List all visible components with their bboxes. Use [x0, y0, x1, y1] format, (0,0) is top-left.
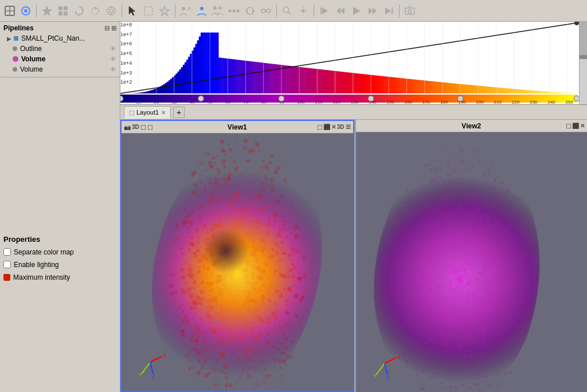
pipeline-icon[interactable]: [18, 3, 33, 18]
enable-lighting-checkbox[interactable]: [3, 261, 11, 268]
add-tab-button[interactable]: +: [173, 107, 185, 118]
cursor-icon[interactable]: [125, 3, 140, 18]
volume2-dot: [13, 67, 17, 72]
v1-close[interactable]: ✕: [331, 124, 336, 130]
v2-close[interactable]: ✕: [580, 123, 585, 129]
v2-split-v[interactable]: ⬛: [572, 123, 579, 129]
svg-line-53: [150, 362, 153, 374]
volume2-eye[interactable]: 👁: [110, 66, 116, 73]
gear2-icon[interactable]: [296, 3, 311, 18]
view1-title: View1: [228, 123, 247, 131]
grid-icon[interactable]: [56, 3, 71, 18]
cross-icon[interactable]: [157, 3, 172, 18]
svg-point-30: [252, 10, 255, 12]
play-icon[interactable]: [349, 3, 364, 18]
v1-split-h[interactable]: ⬚: [317, 124, 322, 130]
views-container: 📷 3D ⬚ ⬚ View1 ⬚ ⬛ ✕ 3D ☰: [120, 120, 587, 392]
outline-eye[interactable]: 👁: [110, 45, 116, 52]
step-back-icon[interactable]: [333, 3, 348, 18]
pipeline-root[interactable]: ▶ SMALL_PtCu_Nan...: [0, 33, 120, 44]
v1-cam-icon[interactable]: 📷: [124, 124, 131, 130]
svg-text:Y: Y: [139, 372, 142, 378]
sep2: [122, 5, 122, 17]
prop-maximum-intensity: Maximum intensity: [3, 272, 116, 283]
view1-canvas[interactable]: X Y Z: [122, 134, 353, 391]
people2-icon[interactable]: [194, 3, 209, 18]
skip-end-icon[interactable]: [381, 3, 396, 18]
view1-axis: X Y Z: [133, 345, 167, 379]
svg-marker-38: [322, 7, 328, 14]
view1-panel: 📷 3D ⬚ ⬚ View1 ⬚ ⬛ ✕ 3D ☰: [120, 120, 354, 392]
svg-point-19: [182, 7, 185, 10]
view2-header: ⬚ ⬛ ✕ View2: [356, 120, 588, 132]
svg-marker-10: [75, 11, 77, 13]
app-icon-1[interactable]: [2, 3, 17, 18]
spread-icon[interactable]: [226, 3, 241, 18]
svg-text:X: X: [163, 353, 166, 359]
histogram-canvas: [120, 22, 585, 105]
svg-line-59: [385, 363, 388, 375]
sep3: [175, 5, 175, 17]
step-fwd-icon[interactable]: [365, 3, 380, 18]
people3-icon[interactable]: [210, 3, 225, 18]
svg-point-22: [213, 6, 217, 10]
svg-text:Y: Y: [373, 373, 377, 379]
view2-canvas[interactable]: X Y Z: [356, 132, 588, 392]
svg-marker-16: [129, 6, 135, 15]
svg-point-23: [218, 6, 222, 10]
pipelines-header: Pipelines ⊟ ⊞: [0, 22, 120, 33]
chain2-icon[interactable]: [259, 3, 273, 18]
view1-right-icons: ⬚ ⬛ ✕ 3D ☰: [317, 124, 351, 130]
star-icon[interactable]: [40, 3, 54, 18]
histogram-scrollbar[interactable]: [579, 22, 587, 104]
root-icon: [13, 36, 19, 41]
v1-3d-label: 3D: [132, 124, 139, 130]
pipeline-volume-1[interactable]: Volume 👁: [0, 54, 120, 64]
histogram-area: [120, 22, 587, 105]
svg-rect-17: [144, 7, 152, 15]
camera2-icon[interactable]: [402, 3, 417, 18]
people-icon[interactable]: [178, 3, 193, 18]
svg-line-55: [385, 358, 396, 363]
svg-point-13: [109, 9, 113, 13]
svg-marker-45: [385, 7, 391, 14]
refresh2-icon[interactable]: [88, 3, 103, 18]
v1-split-v[interactable]: ⬛: [323, 124, 330, 130]
refresh-icon[interactable]: [72, 3, 87, 18]
svg-point-26: [237, 9, 240, 12]
svg-marker-43: [373, 7, 377, 14]
svg-line-49: [150, 356, 162, 362]
skip-start-icon[interactable]: [317, 3, 332, 18]
v1-3d-mode[interactable]: 3D: [337, 124, 345, 130]
layout-tab-1[interactable]: ⬚ Layout1 ✕: [124, 106, 171, 119]
svg-point-25: [233, 9, 236, 12]
volume1-eye[interactable]: 👁: [110, 56, 116, 62]
v1-options[interactable]: ☰: [346, 124, 351, 130]
pipelines-title: Pipelines: [3, 24, 34, 32]
view1-header: 📷 3D ⬚ ⬚ View1 ⬚ ⬛ ✕ 3D ☰: [122, 121, 353, 134]
layout-tab-close[interactable]: ✕: [161, 109, 166, 116]
layout-tabs: ⬚ Layout1 ✕ +: [120, 105, 587, 120]
rect-icon[interactable]: [141, 3, 156, 18]
svg-point-29: [245, 10, 248, 12]
magnify-icon[interactable]: [280, 3, 295, 18]
prop-enable-lighting: Enable lighting: [3, 260, 116, 270]
target-icon[interactable]: [104, 3, 119, 18]
svg-rect-7: [64, 6, 68, 10]
v1-extra: ⬚ ⬚: [140, 124, 152, 130]
separate-color-map-checkbox[interactable]: [3, 248, 11, 256]
sep5: [314, 5, 314, 17]
v2-split-h[interactable]: ⬚: [566, 123, 571, 129]
view2-panel: ⬚ ⬛ ✕ View2 X Y Z: [356, 120, 588, 392]
volume1-label: Volume: [21, 55, 45, 63]
svg-point-21: [200, 7, 204, 10]
sidebar-spacer: [0, 77, 120, 232]
view2-axis: X Y Z: [367, 346, 402, 381]
pipeline-outline[interactable]: Outline 👁: [0, 44, 120, 54]
triangle-icon: ▶: [7, 36, 11, 42]
volume1-dot: [13, 56, 18, 62]
svg-marker-39: [336, 7, 341, 14]
maximum-intensity-label: Maximum intensity: [13, 273, 70, 281]
pipeline-volume-2[interactable]: Volume 👁: [0, 64, 120, 75]
chain-icon[interactable]: [242, 3, 257, 18]
